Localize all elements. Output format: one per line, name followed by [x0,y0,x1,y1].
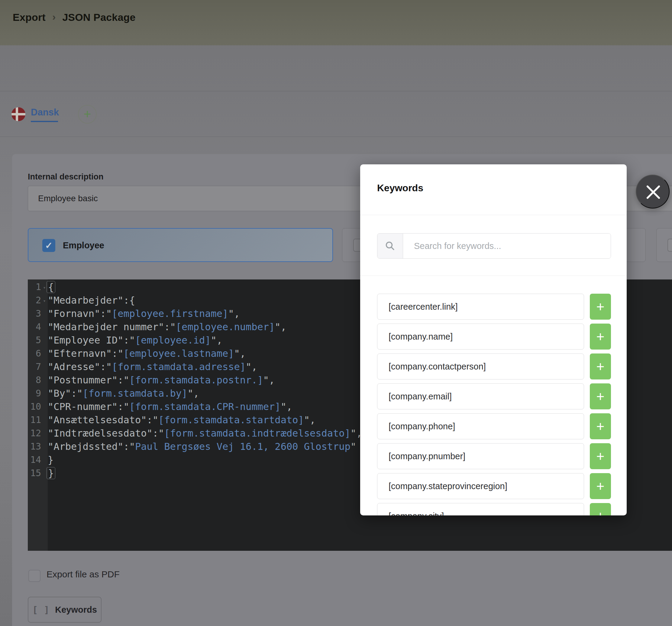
line-number: 4 [28,320,41,334]
keyword-row: [company.email]+ [377,383,611,409]
keyword-value: [company.stateprovinceregion] [377,473,584,499]
fold-spacer [41,413,48,427]
fold-spacer [41,453,48,466]
line-number: 8 [28,374,41,387]
modal-close-button[interactable] [636,175,670,209]
line-number: 15 [28,466,41,480]
keyword-value: [company.contactperson] [377,354,584,380]
language-tab-bar: Dansk + [0,45,672,91]
breadcrumb: Export › JSON Package [13,11,136,23]
chevron-right-icon: › [52,11,55,23]
employee-checkbox[interactable]: ✓ [42,239,55,252]
add-keyword-button[interactable]: + [590,413,611,439]
keyword-value: [company.city] [377,503,584,515]
add-keyword-button[interactable]: + [590,473,611,499]
modal-search-divider [360,275,627,276]
export-pdf-label: Export file as PDF [47,569,120,579]
fold-spacer [41,440,48,453]
employee-checkbox-label: Employee [63,229,104,263]
keyword-value: [careercenter.link] [377,294,584,320]
add-keyword-button[interactable]: + [590,354,611,380]
brackets-icon: [ ] [32,605,50,615]
keywords-button[interactable]: [ ] Keywords [28,597,101,623]
add-keyword-button[interactable]: + [590,323,611,350]
fold-arrow-icon[interactable]: ▾ [41,294,48,307]
keyword-value: [company.phone] [377,413,584,439]
page-title: JSON Package [62,11,135,23]
internal-description-label: Internal description [28,172,104,182]
fold-spacer [41,400,48,413]
keywords-modal: Keywords [careercenter.link]+[company.na… [360,164,627,515]
keyword-row: [company.contactperson]+ [377,354,611,380]
fold-spacer [41,334,48,347]
keyword-value: [company.pnumber] [377,443,584,469]
json-section-header: </> JSON [0,91,672,137]
fold-spacer [41,347,48,360]
export-pdf-checkbox[interactable] [28,570,41,582]
keyword-search-group [377,233,611,259]
fold-spacer [41,307,48,320]
keywords-button-label: Keywords [55,605,97,615]
line-number: 11 [28,413,41,427]
line-number: 12 [28,427,41,440]
line-number: 7 [28,360,41,374]
keyword-row: [company.city]+ [377,503,611,515]
line-number: 2 [28,294,41,307]
keyword-list: [careercenter.link]+[company.name]+[comp… [377,294,611,515]
fold-spacer [41,427,48,440]
top-header: Export › JSON Package [0,0,672,45]
fold-spacer [41,374,48,387]
keyword-value: [company.email] [377,383,584,409]
add-keyword-button[interactable]: + [590,383,611,409]
search-icon [377,234,403,258]
add-keyword-button[interactable]: + [590,294,611,320]
line-number: 9 [28,387,41,400]
keyword-row: [company.pnumber]+ [377,443,611,469]
keyword-value: [company.name] [377,323,584,350]
line-number: 13 [28,440,41,453]
keyword-row: [company.name]+ [377,323,611,350]
line-number: 5 [28,334,41,347]
keyword-row: [company.stateprovinceregion]+ [377,473,611,499]
line-number: 1 [28,280,41,294]
third-checkbox-card[interactable] [656,228,672,262]
fold-spacer [41,320,48,334]
fold-spacer [41,387,48,400]
modal-title: Keywords [377,183,423,194]
line-number: 14 [28,453,41,466]
add-keyword-button[interactable]: + [590,503,611,515]
line-number: 10 [28,400,41,413]
keyword-search-input[interactable] [403,234,611,258]
add-keyword-button[interactable]: + [590,443,611,469]
third-checkbox[interactable] [668,239,672,252]
employee-checkbox-card[interactable]: ✓ Employee [28,228,333,262]
keyword-row: [company.phone]+ [377,413,611,439]
breadcrumb-export-link[interactable]: Export [13,11,46,23]
fold-spacer [41,360,48,374]
line-number: 6 [28,347,41,360]
keyword-row: [careercenter.link]+ [377,294,611,320]
line-number: 3 [28,307,41,320]
export-json-package-screen: Export › JSON Package Dansk + </> JSON I… [0,0,672,626]
